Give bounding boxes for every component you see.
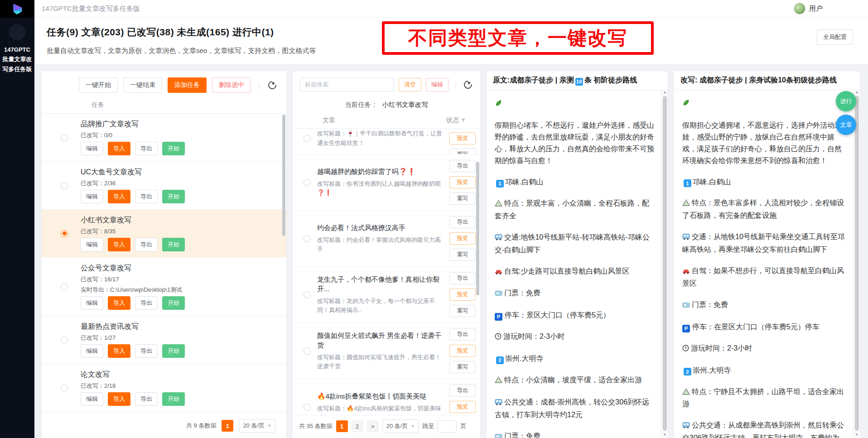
task-row[interactable]: 英文文章润色 已改写：1/31 编辑 导入 导出 开始 — [42, 412, 286, 414]
task-export-button[interactable]: 导出 — [135, 238, 158, 251]
article-preview-button[interactable]: 预览 — [449, 232, 476, 245]
task-row[interactable]: 论文改写 已改写：2/18 编辑 导入 导出 开始 — [42, 364, 286, 412]
article-row[interactable]: 越喝越胖的酸奶你踩雷了吗❓❗ 改写标题：你有没有遇到让人越喝越胖的酸奶呢❓❗ 导… — [293, 154, 480, 211]
task-import-button[interactable]: 导入 — [108, 344, 130, 358]
progress-float-button[interactable]: 进行 — [836, 91, 856, 111]
article-preview-button[interactable]: 预览 — [449, 289, 476, 301]
scrollbar[interactable]: ▲ ▼ — [661, 89, 668, 438]
task-row[interactable]: UC大鱼号文章改写 已改写：2/36 编辑 导入 导出 开始 — [42, 162, 286, 210]
scrollbar-thumb[interactable] — [282, 115, 285, 236]
page-size-select[interactable]: 20 条/页▼ — [382, 419, 419, 433]
article-rewrite-title: 改写标题：你有没有遇到让人越喝越胖的酸奶呢❓❗ — [317, 179, 443, 197]
start-all-button[interactable]: 一键开始 — [79, 77, 118, 93]
task-radio[interactable] — [61, 230, 68, 237]
article-radio[interactable] — [304, 347, 311, 355]
article-radio[interactable] — [304, 179, 311, 186]
task-edit-button[interactable]: 编辑 — [81, 392, 103, 406]
task-import-button[interactable]: 导入 — [108, 296, 130, 310]
page-number[interactable]: 2 — [352, 420, 363, 432]
jump-page-input[interactable] — [438, 420, 457, 433]
article-export-button[interactable]: 导出 — [449, 160, 476, 172]
task-start-button[interactable]: 开始 — [162, 344, 185, 358]
task-radio[interactable] — [61, 182, 68, 189]
article-preview-button[interactable]: 预览 — [449, 345, 476, 357]
task-row[interactable]: 公众号文章改写 已改写：16/17 实时导出：C:\Users\wp\Deskt… — [42, 258, 286, 316]
page-size-select[interactable]: 20 条/页▼ — [239, 419, 275, 433]
task-radio[interactable] — [61, 337, 68, 344]
add-task-button[interactable]: 添加任务 — [168, 77, 207, 93]
task-edit-button[interactable]: 编辑 — [81, 344, 103, 358]
search-input[interactable] — [300, 77, 394, 91]
task-export-button[interactable]: 导出 — [135, 142, 158, 155]
app-logo[interactable] — [0, 0, 34, 18]
clear-button[interactable]: 清空 — [399, 78, 421, 91]
refresh-icon[interactable] — [267, 80, 277, 90]
scrollbar-thumb[interactable] — [855, 96, 859, 431]
task-edit-button[interactable]: 编辑 — [81, 190, 103, 203]
article-row[interactable]: 颜值如何呈火箭式飙升 男生必看！逆袭干货 改写标题：颜值如何实现飞速提升，男生必… — [293, 323, 480, 379]
task-edit-button[interactable]: 编辑 — [81, 238, 103, 251]
scrollbar-thumb[interactable] — [663, 96, 667, 431]
article-rewrite-button[interactable]: 重写 — [449, 361, 476, 373]
number-badge: 2 — [684, 368, 691, 375]
task-import-button[interactable]: 导入 — [108, 392, 130, 406]
article-export-button[interactable]: 导出 — [449, 216, 476, 228]
article-row[interactable]: 改写标题：🍷｜半干白酒以馥郁香气打造，让普通女生也能欣赏！ 导出 预览 重写 — [293, 129, 480, 154]
scroll-down-icon[interactable]: ▼ — [854, 433, 860, 437]
scroll-up-icon[interactable]: ▲ — [661, 90, 668, 94]
task-row[interactable]: 最新热点资讯改写 已改写：1/27 编辑 导入 导出 开始 — [42, 316, 286, 364]
article-rewrite-button[interactable]: 重写 — [449, 149, 476, 154]
article-row[interactable]: 🔥4款ins折叠紫菜包饭丨切面美美哒 改写标题：🔥4款ins风格的紫菜包饭，切面… — [293, 379, 480, 415]
article-export-button[interactable]: 导出 — [449, 272, 476, 284]
task-export-button[interactable]: 导出 — [135, 190, 158, 203]
article-rewrite-button[interactable]: 重写 — [449, 193, 476, 205]
article-export-button[interactable]: 导出 — [449, 385, 476, 397]
page-number[interactable]: 1 — [222, 420, 233, 432]
article-row[interactable]: 龙生九子，个个都不像他爹！真相让你裂开... 改写标题：龙的九个子女，每一个都与… — [293, 267, 480, 323]
article-preview-button[interactable]: 预览 — [449, 132, 476, 144]
task-radio[interactable] — [61, 134, 68, 141]
article-radio[interactable] — [304, 235, 311, 242]
article-radio[interactable] — [304, 135, 311, 142]
task-export-button[interactable]: 导出 — [135, 392, 158, 406]
article-rewrite-button[interactable]: 重写 — [449, 249, 476, 261]
scroll-down-icon[interactable]: ▼ — [661, 433, 668, 437]
scrollbar-thumb[interactable] — [476, 162, 479, 295]
task-start-button[interactable]: 开始 — [162, 296, 185, 310]
task-radio[interactable] — [61, 283, 68, 290]
refresh-icon[interactable] — [463, 80, 473, 90]
delete-selected-button[interactable]: 删除选中 — [212, 77, 251, 93]
article-preview-button[interactable]: 预览 — [449, 176, 476, 188]
task-row[interactable]: 小红书文章改写 已改写：8/35 编辑 导入 导出 开始 — [42, 210, 286, 258]
task-start-button[interactable]: 开始 — [162, 238, 185, 251]
user-avatar[interactable] — [794, 3, 805, 14]
article-radio[interactable] — [304, 291, 311, 298]
task-import-button[interactable]: 导入 — [108, 142, 130, 155]
task-start-button[interactable]: 开始 — [162, 190, 185, 203]
task-row[interactable]: 品牌推广文章改写 已改写：0/0 编辑 导入 导出 开始 — [42, 114, 286, 162]
task-import-button[interactable]: 导入 — [108, 190, 130, 203]
task-start-button[interactable]: 开始 — [162, 392, 185, 406]
task-import-button[interactable]: 导入 — [108, 238, 130, 251]
page-number[interactable]: 1 — [336, 420, 348, 432]
global-config-button[interactable]: 全局配置 — [817, 29, 853, 45]
filter-icon[interactable] — [461, 118, 466, 123]
article-radio[interactable] — [304, 404, 311, 411]
article-row[interactable]: 约会必看！法式风格撩汉高手 改写标题：约会必看！掌握法式风格的吸引力高手 导出 … — [293, 211, 480, 267]
scrollbar[interactable]: ▲ ▼ — [853, 89, 860, 438]
task-radio[interactable] — [61, 385, 68, 392]
article-preview-button[interactable]: 预览 — [449, 401, 476, 413]
stop-all-button[interactable]: 一键结束 — [123, 77, 162, 93]
task-edit-button[interactable]: 编辑 — [81, 142, 103, 155]
article-float-button[interactable]: 文章 — [836, 115, 856, 135]
article-export-button[interactable]: 导出 — [449, 328, 476, 341]
article-rewrite-button[interactable]: 重写 — [449, 305, 476, 317]
task-start-button[interactable]: 开始 — [162, 142, 185, 155]
task-edit-button[interactable]: 编辑 — [81, 296, 103, 310]
edit-button[interactable]: 编辑 — [426, 78, 448, 91]
task-export-button[interactable]: 导出 — [135, 296, 158, 310]
scroll-up-icon[interactable]: ▲ — [854, 90, 860, 94]
next-page-button[interactable]: > — [367, 420, 379, 432]
task-export-button[interactable]: 导出 — [135, 344, 158, 358]
user-menu[interactable]: 用户 — [794, 3, 823, 14]
